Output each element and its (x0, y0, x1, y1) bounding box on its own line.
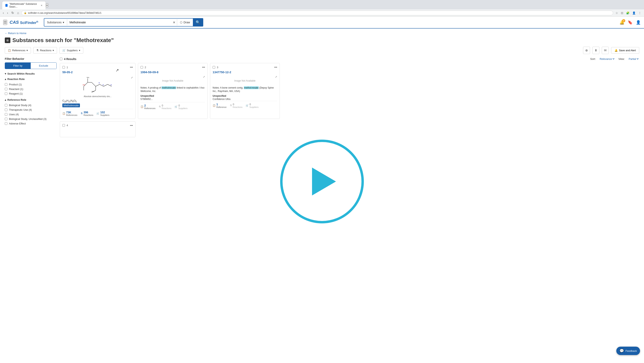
more-options-button[interactable]: ⋮ (638, 11, 642, 15)
reference-role-title[interactable]: ▴ Reference Role (5, 98, 56, 101)
reaction-role-title[interactable]: ▴ Reaction Role (5, 78, 56, 81)
card-2-reactions-count: 0 (162, 104, 163, 107)
card-1-checkbox[interactable] (62, 66, 65, 69)
search-bar-container: Substances ▾ ✕ ⬡ Draw 🔍 (44, 18, 203, 27)
card-1-cas[interactable]: 59-05-2 (62, 70, 133, 74)
chevron-up-icon: ▴ (5, 98, 6, 101)
notifications-button[interactable]: 🔔 3 (620, 20, 624, 25)
chevron-up-icon: ▴ (5, 78, 6, 81)
view-select[interactable]: Partial (628, 57, 639, 61)
card-1-reactions-stat[interactable]: ⚗ 396 Reactions (80, 111, 93, 116)
suppliers-button[interactable]: 🛒 Suppliers ▾ (60, 47, 83, 54)
card-2-references-stat[interactable]: 📋 2 References (140, 104, 156, 110)
references-button[interactable]: 📋 References ▾ (5, 47, 31, 54)
email-button[interactable]: ✉ (602, 47, 609, 54)
card-3-references-stat[interactable]: 📋 1 Reference (212, 103, 226, 108)
search-input[interactable] (67, 19, 171, 26)
filter-item-reactant[interactable]: Reactant (1) (5, 87, 56, 91)
search-within-section: ▾ Search Within Results (5, 72, 56, 75)
card-2-cas[interactable]: 1994-59-09-8 (140, 70, 205, 74)
card-2-references-count: 2 (144, 104, 146, 107)
card-1-expand-button[interactable]: ⤢ (131, 76, 133, 79)
card-1-references-count: 73K (66, 111, 71, 114)
account-circle-button[interactable]: 👤 (632, 11, 636, 15)
therapeutic-use-checkbox[interactable] (5, 109, 7, 111)
page-title-text: Substances search for "Methotrexate" (12, 37, 114, 44)
reagent-checkbox[interactable] (5, 92, 7, 95)
card-4-menu-button[interactable]: ••• (130, 124, 133, 127)
extensions-button[interactable]: 🧩 (625, 11, 630, 15)
svg-line-3 (96, 84, 100, 86)
filter-item-biological-study[interactable]: Biological Study (4) (5, 103, 56, 108)
forward-button[interactable]: › (6, 10, 9, 16)
adverse-effect-checkbox[interactable] (5, 122, 7, 125)
filter-item-therapeutic-use[interactable]: Therapeutic Use (4) (5, 108, 56, 112)
card-3-cas[interactable]: 1347750-12-2 (212, 70, 277, 74)
search-within-title[interactable]: ▾ Search Within Results (5, 72, 56, 75)
reactions-button[interactable]: ⚗ Reactions ▾ (33, 47, 57, 54)
reference-role-section: ▴ Reference Role Biological Study (4) Th… (5, 98, 56, 126)
search-type-dropdown[interactable]: Substances ▾ (44, 19, 67, 26)
back-button[interactable]: ‹ (2, 10, 4, 16)
user-account-button[interactable]: 👤 (636, 20, 641, 25)
card-4-header: 4 ••• (62, 124, 133, 127)
cast-button[interactable]: ⊡ (620, 11, 624, 15)
select-all-checkbox[interactable] (60, 58, 62, 60)
reactant-checkbox[interactable] (5, 88, 7, 90)
active-tab[interactable]: "Methotrexate" Substance Searc... ✕ (2, 1, 46, 9)
card-3-expand-button[interactable]: ⤢ (275, 75, 277, 78)
bookmark-star-button[interactable]: ☆ (615, 11, 619, 15)
browser-actions: ☆ ⊡ 🧩 👤 ⋮ (615, 11, 642, 15)
biological-study-checkbox[interactable] (5, 104, 7, 107)
sort-area: Sort: Relevance View: Partial (590, 57, 639, 61)
result-card-1: 1 ••• 59-05-2 (60, 63, 136, 119)
card-2-menu-button[interactable]: ••• (202, 66, 205, 69)
bio-study-unclassified-checkbox[interactable] (5, 118, 7, 120)
card-1-references-stat[interactable]: 📋 73K References (62, 111, 77, 116)
lock-icon: 🔒 (24, 12, 27, 14)
search-button[interactable]: 🔍 (193, 19, 203, 26)
save-alert-button[interactable]: 🔔 Save and Alert (611, 47, 639, 54)
hamburger-menu-button[interactable]: ☰ (3, 20, 7, 25)
search-clear-button[interactable]: ✕ (171, 19, 177, 26)
card-3-checkbox[interactable] (212, 66, 215, 69)
references-icon: 📋 (8, 49, 11, 52)
close-tab-button[interactable]: ✕ (41, 4, 42, 7)
card-1-suppliers-stat[interactable]: 🛒 102 Suppliers (96, 111, 110, 116)
filter-item-product[interactable]: Product (1) (5, 82, 56, 87)
svg-text:HO: HO (83, 84, 85, 86)
card-3-image-placeholder: Image Not Available (212, 75, 277, 86)
card-1-menu-button[interactable]: ••• (130, 66, 133, 69)
reactions-icon: ⚗ (158, 105, 161, 108)
suppliers-icon: 🛒 (62, 49, 66, 52)
card-2-expand-button[interactable]: ⤢ (203, 75, 205, 78)
uses-checkbox[interactable] (5, 113, 7, 116)
card-1-structure-image: HO N N N NH₂ NH₂ (62, 75, 133, 95)
tab-bar: "Methotrexate" Substance Searc... ✕ + (0, 0, 644, 9)
refresh-button[interactable]: ↻ (10, 10, 15, 16)
product-checkbox[interactable] (5, 83, 7, 86)
header-actions: 🔔 3 🔖 👤 (620, 20, 641, 25)
exclude-tab[interactable]: Exclude (31, 63, 56, 69)
filter-item-reagent[interactable]: Reagent (1) (5, 91, 56, 96)
chevron-down-icon: ▾ (5, 72, 6, 75)
link-icon-button[interactable]: ⊕ (583, 47, 590, 54)
filter-item-adverse-effect[interactable]: Adverse Effect (5, 121, 56, 126)
add-tab-button[interactable]: + (46, 4, 48, 7)
card-2-checkbox[interactable] (140, 66, 143, 69)
address-bar[interactable]: 🔒 scifinder-n.cas.org/search/substance/6… (21, 11, 613, 15)
cas-logo: CAS (10, 20, 19, 25)
home-button[interactable]: ⌂ (16, 10, 20, 16)
card-4-checkbox[interactable] (62, 124, 65, 127)
filter-item-uses[interactable]: Uses (4) (5, 112, 56, 117)
results-header: 4 Results Sort: Relevance View: Partial (60, 57, 639, 61)
filter-item-bio-study-unclassified[interactable]: Biological Study, Unclassified (3) (5, 117, 56, 121)
filter-by-tab[interactable]: Filter by (5, 63, 31, 69)
card-3-menu-button[interactable]: ••• (274, 66, 277, 69)
filter-behavior-section: Filter Behavior Filter by Exclude (5, 57, 56, 69)
saved-items-button[interactable]: 🔖 (628, 20, 633, 25)
download-button[interactable]: ⬇ (592, 47, 599, 54)
draw-button[interactable]: ⬡ Draw (177, 19, 193, 26)
back-link[interactable]: ← Return to Home (5, 32, 639, 35)
sort-select[interactable]: Relevance (599, 57, 615, 61)
